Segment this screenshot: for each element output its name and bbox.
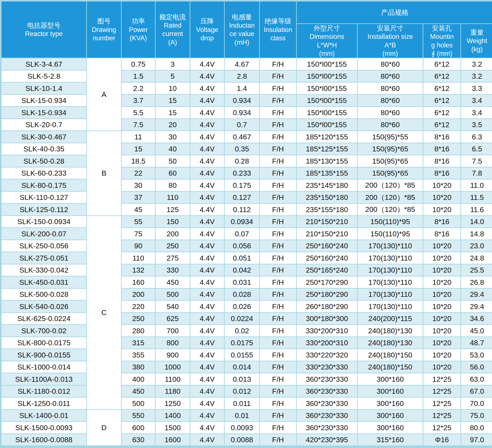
cell-installation-size: 240(180)*130 <box>358 325 423 337</box>
cell-rated-current: 540 <box>155 300 190 313</box>
cell-installation-size: 300*160 <box>358 422 423 434</box>
cell-power: 11 <box>122 131 155 143</box>
cell-dimensions: 250*160*240 <box>297 252 358 264</box>
cell-insulation-class: F/H <box>260 312 297 325</box>
cell-voltage-drop: 4.4V <box>190 216 225 228</box>
cell-mounting-holes: 8*16 <box>423 167 461 179</box>
cell-voltage-drop: 4.4V <box>190 131 225 143</box>
cell-insulation-class: F/H <box>260 191 297 204</box>
cell-installation-size: 200（120）*85 <box>358 179 423 191</box>
cell-inductance: 0.031 <box>225 276 260 289</box>
table-row: SLK-40-0.3515404.4V0.35F/H185*125*155150… <box>1 143 492 155</box>
cell-drawing-number-group: C <box>87 216 122 409</box>
table-row: SLK-80-0.17530804.4V0.175F/H235*145*1802… <box>1 179 492 191</box>
cell-rated-current: 500 <box>155 288 190 300</box>
cell-insulation-class: F/H <box>260 155 297 167</box>
cell-installation-size: 150(110)*95 <box>358 216 423 228</box>
cell-voltage-drop: 4.4V <box>190 119 225 131</box>
cell-inductance: 0.175 <box>225 179 260 191</box>
cell-power: 37 <box>122 191 155 204</box>
cell-rated-current: 1250 <box>155 397 190 410</box>
cell-voltage-drop: 4.4V <box>190 373 225 385</box>
cell-reactor-type: SLK-50-0.28 <box>1 155 87 167</box>
cell-reactor-type: SLK-80-0.175 <box>1 179 87 191</box>
cell-voltage-drop: 4.4V <box>190 288 225 300</box>
cell-reactor-type: SLK-60-0.233 <box>1 167 87 179</box>
cell-reactor-type: SLK-20-0.7 <box>1 119 87 131</box>
cell-weight: 3.3 <box>461 82 492 95</box>
cell-weight: 80.0 <box>461 422 492 434</box>
cell-inductance: 0.112 <box>225 204 260 216</box>
cell-dimensions: 185*120*155 <box>297 131 358 143</box>
cell-power: 450 <box>122 385 155 397</box>
cell-installation-size: 80*60 <box>358 82 423 95</box>
cell-weight: 14.0 <box>461 216 492 228</box>
cell-rated-current: 200 <box>155 228 190 240</box>
cell-dimensions: 185*125*155 <box>297 143 358 155</box>
cell-installation-size: 170(130)*110 <box>358 288 423 300</box>
cell-mounting-holes: 6*12 <box>423 107 461 119</box>
cell-insulation-class: F/H <box>260 300 297 313</box>
cell-dimensions: 360*230*330 <box>297 373 358 385</box>
cell-mounting-holes: 12*25 <box>423 373 461 385</box>
cell-insulation-class: F/H <box>260 107 297 119</box>
cell-weight: 53.0 <box>461 349 492 361</box>
cell-installation-size: 150(95)*65 <box>358 155 423 167</box>
cell-inductance: 0.0934 <box>225 216 260 228</box>
cell-rated-current: 15 <box>155 94 190 107</box>
cell-weight: 48.7 <box>461 337 492 349</box>
table-row: SLK-625-0.02242506254.4V0.0224F/H300*180… <box>1 312 492 325</box>
cell-insulation-class: F/H <box>260 385 297 397</box>
cell-insulation-class: F/H <box>260 179 297 191</box>
cell-voltage-drop: 4.4V <box>190 204 225 216</box>
cell-rated-current: 1500 <box>155 422 190 434</box>
cell-weight: 29.4 <box>461 300 492 313</box>
cell-rated-current: 110 <box>155 191 190 204</box>
cell-insulation-class: F/H <box>260 119 297 131</box>
cell-reactor-type: SLK-5-2.8 <box>1 70 87 82</box>
cell-dimensions: 150*l00*155 <box>297 94 358 107</box>
cell-weight: 26.8 <box>461 276 492 289</box>
cell-rated-current: 275 <box>155 252 190 264</box>
cell-voltage-drop: 4.4V <box>190 264 225 276</box>
cell-dimensions: 250*180*290 <box>297 288 358 300</box>
cell-inductance: 0.051 <box>225 252 260 264</box>
header-row-top: 电抗器型号 Reactor type 图号 Drawing number 功率 … <box>1 1 492 24</box>
cell-mounting-holes: 6*12 <box>423 119 461 131</box>
cell-dimensions: 150*l00*155 <box>297 70 358 82</box>
cell-insulation-class: F/H <box>260 167 297 179</box>
table-row: SLK-20-0.77.5204.4V0.7F/H150*l00*15580*6… <box>1 119 492 131</box>
table-row: SLK-1250-0.01150012504.4V0.011F/H360*230… <box>1 397 492 410</box>
cell-reactor-type: SLK-900-0.0155 <box>1 349 87 361</box>
cell-voltage-drop: 4.4V <box>190 107 225 119</box>
cell-inductance: 0.233 <box>225 167 260 179</box>
cell-weight: 63.0 <box>461 373 492 385</box>
table-row: SLK-10-1.42.2104.4V1.4F/H150*l00*15580*6… <box>1 82 492 95</box>
cell-insulation-class: F/H <box>260 397 297 410</box>
cell-rated-current: 1600 <box>155 434 190 446</box>
cell-reactor-type: SLK-40-0.35 <box>1 143 87 155</box>
cell-dimensions: 360*230*330 <box>297 397 358 410</box>
cell-power: 3.7 <box>122 94 155 107</box>
cell-inductance: 0.0155 <box>225 349 260 361</box>
cell-voltage-drop: 4.4V <box>190 434 225 446</box>
cell-installation-size: 80*60 <box>358 107 423 119</box>
cell-weight: 75.0 <box>461 409 492 422</box>
header-product-spec-group: 产品规格 <box>297 1 492 24</box>
cell-insulation-class: F/H <box>260 70 297 82</box>
cell-inductance: 0.0093 <box>225 422 260 434</box>
cell-rated-current: 250 <box>155 240 190 252</box>
cell-rated-current: 1400 <box>155 409 190 422</box>
cell-inductance: 0.011 <box>225 397 260 410</box>
cell-rated-current: 800 <box>155 337 190 349</box>
table-body: SLK-3-4.67A0.7534.4V4.67F/H150*l00*15580… <box>1 58 492 446</box>
cell-installation-size: 80*60 <box>358 94 423 107</box>
cell-weight: 97.0 <box>461 434 492 446</box>
table-row: SLK-150-0.0934C551504.4V0.0934F/H210*150… <box>1 216 492 228</box>
cell-weight: 6.5 <box>461 143 492 155</box>
cell-inductance: 0.28 <box>225 155 260 167</box>
cell-drawing-number-group: A <box>87 58 122 131</box>
cell-power: 45 <box>122 204 155 216</box>
cell-mounting-holes: 10*20 <box>423 312 461 325</box>
cell-dimensions: 360*230*330 <box>297 409 358 422</box>
